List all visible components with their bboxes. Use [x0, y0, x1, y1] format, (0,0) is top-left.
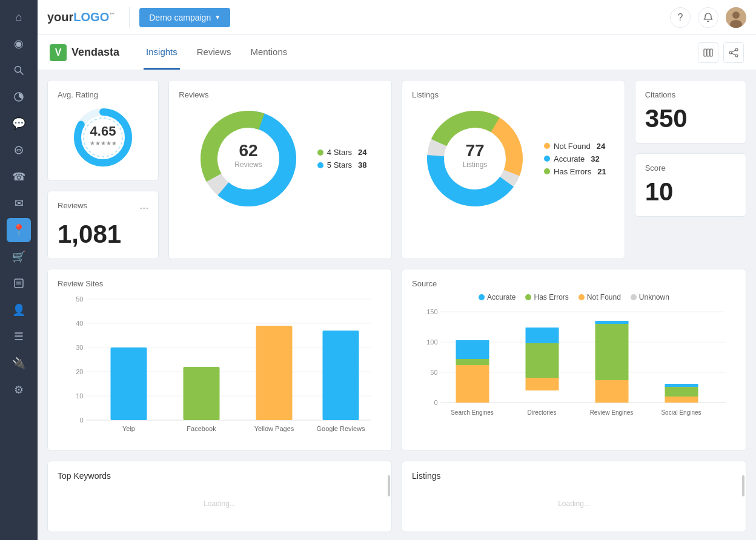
sidebar-location-icon[interactable]: 📍	[7, 218, 31, 242]
bar-re-not-found	[595, 380, 629, 403]
demo-campaign-button[interactable]: Demo campaign ▼	[139, 8, 230, 27]
listings-donut-container: 77 Listings Not Found 24 Accurate	[412, 104, 615, 213]
reviews-count-header: Reviews ···	[58, 201, 148, 215]
svg-point-14	[729, 51, 732, 54]
sidebar-reports-icon[interactable]	[7, 271, 31, 295]
source-legend-unknown: Unknown	[631, 293, 669, 301]
svg-rect-4	[15, 279, 23, 288]
main-content: yourLOGO™ Demo campaign ▼ ? V Vendasta	[38, 0, 756, 540]
svg-text:150: 150	[426, 309, 437, 315]
svg-text:50: 50	[76, 295, 83, 303]
svg-text:30: 30	[76, 344, 83, 351]
source-title: Source	[412, 279, 736, 288]
source-accurate-label: Accurate	[487, 293, 516, 301]
tab-reviews[interactable]: Reviews	[194, 35, 234, 70]
listings-donut-title: Listings	[412, 90, 615, 99]
sidebar-reputation-icon[interactable]	[7, 138, 31, 162]
reviews-donut-card: Reviews 62 Reviews	[168, 80, 392, 259]
source-card: Source Accurate Has Errors Not Found	[402, 269, 746, 451]
svg-text:62: 62	[239, 141, 257, 160]
bar-dir-has-errors	[526, 343, 559, 378]
sidebar-shop-icon[interactable]: 🛒	[7, 245, 31, 269]
legend-not-found: Not Found 24	[544, 142, 606, 151]
listings-legend: Not Found 24 Accurate 32 Has Errors	[544, 142, 606, 176]
share-button[interactable]	[723, 42, 744, 63]
sidebar-home-icon[interactable]: ⌂	[7, 5, 31, 29]
legend-5stars-value: 38	[358, 160, 366, 170]
source-accurate-dot	[479, 294, 485, 300]
legend-has-errors-dot	[544, 168, 550, 174]
legend-not-found-label: Not Found	[554, 142, 591, 151]
sidebar-list-icon[interactable]: ☰	[7, 324, 31, 349]
reviews-menu-icon[interactable]: ···	[139, 202, 148, 214]
svg-text:★★★★★: ★★★★★	[90, 140, 117, 147]
sidebar-chat-icon[interactable]: 💬	[7, 111, 31, 136]
notifications-button[interactable]	[698, 7, 718, 28]
bottom-grid: Top Keywords Loading... Listings Loading…	[47, 461, 746, 532]
citations-title: Citations	[645, 90, 736, 99]
logo: yourLOGO™	[47, 10, 114, 24]
bar-google-reviews	[323, 331, 359, 420]
reviews-legend: 4 Stars 24 5 Stars 38	[317, 148, 367, 170]
legend-not-found-value: 24	[597, 142, 605, 151]
legend-has-errors: Has Errors 21	[544, 167, 606, 176]
listings-bottom-content: Loading...	[412, 486, 736, 522]
sidebar-plugins-icon[interactable]: 🔌	[7, 351, 31, 375]
bar-social-accurate	[665, 384, 698, 387]
score-card: Score 10	[635, 153, 746, 217]
sidebar-settings-icon[interactable]: ⚙	[7, 378, 31, 402]
sidebar-users-icon[interactable]: 👤	[7, 298, 31, 322]
sidebar-search-icon[interactable]	[7, 58, 31, 82]
subheader-right	[698, 35, 744, 70]
source-not-found-label: Not Found	[587, 293, 621, 301]
svg-text:77: 77	[465, 141, 484, 160]
mid-grid: Review Sites 50 40 30 20	[47, 269, 746, 451]
svg-text:Yellow Pages: Yellow Pages	[254, 425, 294, 432]
legend-5stars-dot	[317, 162, 323, 168]
svg-point-8	[732, 12, 740, 19]
sidebar-email-icon[interactable]: ✉	[7, 191, 31, 216]
content-area: Avg. Rating 4.65 ★★★★★	[38, 70, 756, 540]
top-keywords-title: Top Keywords	[58, 471, 382, 481]
columns-toggle-button[interactable]	[698, 42, 718, 63]
scrollbar-listings[interactable]	[742, 475, 744, 496]
svg-text:Reviews: Reviews	[234, 160, 262, 169]
svg-text:100: 100	[426, 338, 437, 346]
legend-4stars-dot	[317, 150, 323, 156]
sidebar-phone-icon[interactable]: ☎	[7, 165, 31, 189]
source-has-errors-dot	[525, 294, 531, 300]
svg-text:Directories: Directories	[528, 409, 557, 416]
sidebar-analytics-icon[interactable]	[7, 85, 31, 109]
listings-bottom-card: Listings Loading...	[402, 461, 746, 532]
tab-mentions[interactable]: Mentions	[248, 35, 290, 70]
source-not-found-dot	[579, 294, 585, 300]
avg-rating-title: Avg. Rating	[58, 90, 148, 99]
legend-not-found-dot	[544, 143, 550, 149]
svg-text:Search Engines: Search Engines	[451, 409, 494, 416]
bar-se-accurate	[456, 340, 489, 359]
bar-re-has-errors	[595, 324, 629, 380]
bar-yelp	[111, 347, 147, 420]
topbar: yourLOGO™ Demo campaign ▼ ?	[38, 0, 756, 35]
scrollbar[interactable]	[388, 475, 390, 496]
top-keywords-card: Top Keywords Loading...	[47, 461, 392, 532]
score-value: 10	[645, 177, 736, 206]
bar-re-accurate	[595, 321, 629, 324]
svg-text:Google Reviews: Google Reviews	[316, 425, 365, 432]
tab-insights[interactable]: Insights	[144, 35, 180, 70]
legend-5stars-label: 5 Stars	[327, 160, 352, 170]
bar-social-not-found	[665, 397, 698, 403]
legend-accurate-label: Accurate	[554, 154, 585, 163]
bar-se-not-found	[456, 365, 489, 403]
bar-dir-not-found	[526, 378, 559, 390]
svg-point-13	[735, 48, 738, 51]
avatar[interactable]	[726, 7, 746, 28]
help-button[interactable]: ?	[670, 7, 691, 28]
legend-4stars-value: 24	[358, 148, 366, 157]
bar-facebook	[184, 367, 220, 420]
source-legend: Accurate Has Errors Not Found Unkno	[412, 293, 736, 301]
svg-point-3	[15, 147, 22, 154]
sidebar-dashboard-icon[interactable]: ◉	[7, 31, 31, 56]
bar-yellow-pages	[256, 326, 293, 420]
dropdown-arrow-icon: ▼	[214, 14, 220, 21]
